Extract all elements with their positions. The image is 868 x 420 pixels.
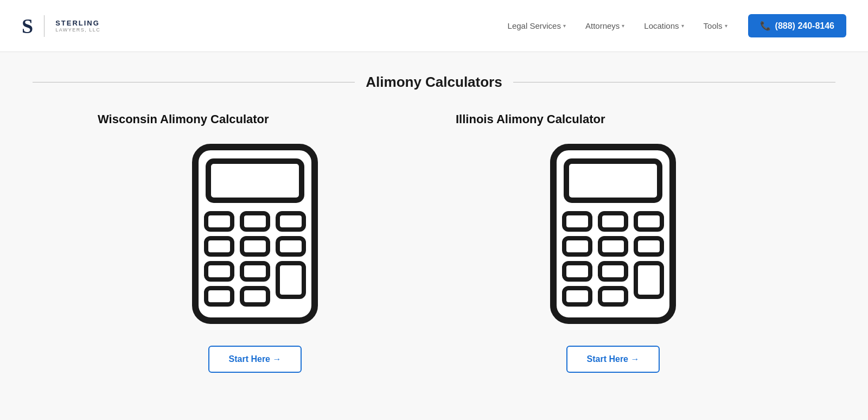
wisconsin-calculator-card: Wisconsin Alimony Calculator bbox=[98, 112, 412, 373]
wisconsin-start-label: Start Here → bbox=[229, 354, 282, 364]
section-title: Alimony Calculators bbox=[366, 74, 502, 91]
svg-rect-10 bbox=[278, 263, 304, 297]
phone-button[interactable]: 📞 (888) 240-8146 bbox=[748, 14, 846, 37]
svg-rect-22 bbox=[600, 263, 626, 279]
phone-number: (888) 240-8146 bbox=[775, 21, 834, 31]
nav-attorneys-label: Attorneys bbox=[585, 21, 620, 30]
chevron-down-icon: ▾ bbox=[563, 23, 566, 29]
svg-rect-4 bbox=[278, 213, 304, 230]
logo-divider bbox=[44, 15, 44, 37]
calculators-row: Wisconsin Alimony Calculator bbox=[33, 112, 835, 373]
svg-rect-15 bbox=[564, 213, 590, 230]
illinois-start-button[interactable]: Start Here → bbox=[566, 346, 660, 373]
illinois-calculator-card: Illinois Alimony Calculator bbox=[456, 112, 770, 373]
logo[interactable]: S Sterling Lawyers, LLC bbox=[22, 15, 100, 37]
svg-rect-24 bbox=[564, 288, 590, 304]
logo-subtitle: Lawyers, LLC bbox=[55, 27, 100, 33]
svg-rect-16 bbox=[600, 213, 626, 230]
section-line-left bbox=[33, 82, 355, 82]
svg-rect-2 bbox=[206, 213, 232, 230]
svg-rect-1 bbox=[208, 161, 302, 200]
main-content: Alimony Calculators Wisconsin Alimony Ca… bbox=[0, 52, 868, 405]
illinois-start-label: Start Here → bbox=[587, 354, 640, 364]
nav-locations[interactable]: Locations ▾ bbox=[636, 17, 691, 35]
nav-locations-label: Locations bbox=[644, 21, 679, 30]
svg-rect-6 bbox=[242, 238, 268, 254]
wisconsin-start-button[interactable]: Start Here → bbox=[208, 346, 302, 373]
logo-name: Sterling bbox=[55, 19, 100, 27]
section-line-right bbox=[513, 82, 835, 82]
illinois-calculator-title: Illinois Alimony Calculator bbox=[456, 112, 605, 126]
nav-legal-services[interactable]: Legal Services ▾ bbox=[500, 17, 573, 35]
svg-rect-25 bbox=[600, 288, 626, 304]
nav-tools-label: Tools bbox=[704, 21, 723, 30]
svg-rect-7 bbox=[278, 238, 304, 254]
svg-rect-5 bbox=[206, 238, 232, 254]
nav-tools[interactable]: Tools ▾ bbox=[696, 17, 735, 35]
logo-text: Sterling Lawyers, LLC bbox=[55, 19, 100, 33]
wisconsin-calculator-title: Wisconsin Alimony Calculator bbox=[98, 112, 269, 126]
chevron-down-icon: ▾ bbox=[725, 23, 727, 29]
svg-rect-3 bbox=[242, 213, 268, 230]
svg-rect-11 bbox=[206, 288, 232, 304]
svg-rect-17 bbox=[636, 213, 662, 230]
header: S Sterling Lawyers, LLC Legal Services ▾… bbox=[0, 0, 868, 52]
svg-rect-21 bbox=[564, 263, 590, 279]
svg-rect-23 bbox=[636, 263, 662, 297]
svg-rect-18 bbox=[564, 238, 590, 254]
svg-rect-20 bbox=[636, 238, 662, 254]
main-nav: Legal Services ▾ Attorneys ▾ Locations ▾… bbox=[500, 14, 846, 37]
svg-rect-12 bbox=[242, 288, 268, 304]
illinois-calculator-icon bbox=[548, 142, 678, 326]
phone-icon: 📞 bbox=[760, 21, 771, 31]
svg-rect-8 bbox=[206, 263, 232, 279]
chevron-down-icon: ▾ bbox=[681, 23, 684, 29]
svg-rect-14 bbox=[566, 161, 660, 200]
nav-legal-services-label: Legal Services bbox=[508, 21, 561, 30]
chevron-down-icon: ▾ bbox=[622, 23, 624, 29]
logo-letter: S bbox=[22, 16, 33, 36]
section-header: Alimony Calculators bbox=[33, 74, 835, 91]
nav-attorneys[interactable]: Attorneys ▾ bbox=[578, 17, 632, 35]
svg-rect-19 bbox=[600, 238, 626, 254]
wisconsin-calculator-icon bbox=[190, 142, 320, 326]
svg-rect-9 bbox=[242, 263, 268, 279]
